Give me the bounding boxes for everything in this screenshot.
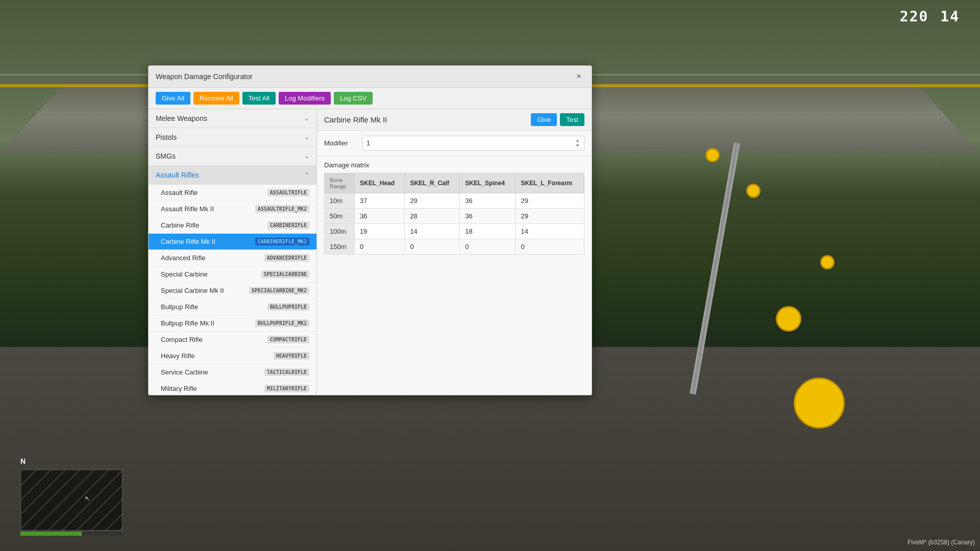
range-100m: 100m [325,224,355,239]
category-pistols[interactable]: Pistols ⌄ [149,128,316,147]
weapon-item-special-carbine-mk2[interactable]: Special Carbine Mk II SPECIALCARBINE_MK2 [149,283,316,299]
range-150m: 150m [325,239,355,255]
rcalf-150m: 0 [405,239,460,255]
spine4-150m: 0 [460,239,516,255]
dialog-toolbar: Give All Remove All Test All Log Modifie… [149,88,592,109]
detail-actions: Give Test [531,113,584,126]
weapon-damage-configurator-dialog: Weapon Damage Configurator × Give All Re… [148,65,592,395]
th-skel-r-calf: SKEL_R_Calf [405,173,460,193]
decoration-dot-4 [776,306,801,332]
lforearm-100m: 14 [516,224,584,239]
selected-weapon-name: Carbine Rifle Mk II [324,115,387,124]
weapon-item-carbine-rifle[interactable]: Carbine Rifle CARBINERIFLE [149,217,316,234]
close-button[interactable]: × [573,71,584,82]
weapon-detail-panel: Carbine Rifle Mk II Give Test Modifier 1… [317,109,592,395]
weapon-item-bullpup-rifle-mk2[interactable]: Bullpup Rifle Mk II BULLPUPRIFLE_MK2 [149,315,316,332]
timer-secondary: 14 [940,8,960,25]
spine4-100m: 18 [460,224,516,239]
head-150m: 0 [355,239,405,255]
give-button[interactable]: Give [531,113,557,126]
damage-matrix-body: 10m 37 29 36 29 50m 36 28 36 29 [325,193,584,255]
head-100m: 19 [355,224,405,239]
weapon-item-carbine-rifle-mk2[interactable]: Carbine Rifle Mk II CARBINERIFLE_MK2 [149,234,316,250]
weapon-item-service-carbine[interactable]: Service Carbine TACTICALRIFLE [149,364,316,381]
lforearm-150m: 0 [516,239,584,255]
hud-timer: 220 14 [900,8,960,25]
table-row: 50m 36 28 36 29 [325,209,584,224]
log-csv-button[interactable]: Log CSV [334,92,373,105]
table-row: 10m 37 29 36 29 [325,193,584,209]
decoration-dot-3 [820,255,835,269]
rcalf-10m: 29 [405,193,460,209]
decoration-dot-5 [794,378,845,429]
modifier-spinners: ▲ ▼ [575,138,580,148]
spine4-50m: 36 [460,209,516,224]
modifier-up-icon[interactable]: ▲ [575,138,580,143]
svg-rect-1 [21,470,123,531]
dialog-title-bar: Weapon Damage Configurator × [149,66,592,88]
modifier-value: 1 [366,139,575,147]
fivem-info: FiveM* (b3258) (Canary) [908,539,975,546]
weapon-item-assault-rifle-mk2[interactable]: Assault Rifle Mk II ASSAULTRIFLE_MK2 [149,201,316,217]
minimap-north: N [20,457,26,465]
test-all-button[interactable]: Test All [242,92,276,105]
th-skel-head: SKEL_Head [355,173,405,193]
lforearm-50m: 29 [516,209,584,224]
give-all-button[interactable]: Give All [156,92,190,105]
weapon-item-military-rifle[interactable]: Military Rifle MILITARYRIFLE [149,381,316,395]
category-assault-rifles[interactable]: Assault Rifles ⌃ [149,166,316,185]
timer-value: 220 [900,8,929,25]
weapon-item-bullpup-rifle[interactable]: Bullpup Rifle BULLPUPRIFLE [149,299,316,315]
modifier-input-container[interactable]: 1 ▲ ▼ [362,136,584,151]
weapon-item-assault-rifle[interactable]: Assault Rifle ASSAULTRIFLE [149,185,316,201]
minimap: ↖ [20,469,122,531]
damage-matrix-title: Damage matrix [324,161,584,169]
chevron-smgs-icon: ⌄ [304,153,309,160]
head-10m: 37 [355,193,405,209]
category-smgs[interactable]: SMGs ⌄ [149,147,316,166]
health-fill [20,532,82,536]
detail-header: Carbine Rifle Mk II Give Test [317,109,592,131]
spine4-10m: 36 [460,193,516,209]
damage-matrix-section: Damage matrix Bone Range SKEL_Head SKEL_… [317,156,592,395]
minimap-cursor: ↖ [85,495,90,502]
modifier-label: Modifier [324,139,355,147]
weapon-item-special-carbine[interactable]: Special Carbine SPECIALCARBINE [149,266,316,283]
lforearm-10m: 29 [516,193,584,209]
th-skel-l-forearm: SKEL_L_Forearm [516,173,584,193]
chevron-melee-icon: ⌄ [304,115,309,122]
weapon-item-advanced-rifle[interactable]: Advanced Rifle ADVANCEDRIFLE [149,250,316,266]
minimap-display [21,470,123,531]
table-row: 100m 19 14 18 14 [325,224,584,239]
weapon-item-heavy-rifle[interactable]: Heavy Rifle HEAVYRIFLE [149,348,316,364]
health-bar [20,532,122,536]
range-50m: 50m [325,209,355,224]
chevron-assault-icon: ⌃ [304,171,309,179]
decoration-dot-2 [746,184,761,198]
table-row: 150m 0 0 0 0 [325,239,584,255]
dialog-body: Melee Weapons ⌄ Pistols ⌄ SMGs ⌄ Assault… [149,109,592,395]
rcalf-50m: 28 [405,209,460,224]
weapon-item-compact-rifle[interactable]: Compact Rifle COMPACTRIFLE [149,332,316,348]
head-50m: 36 [355,209,405,224]
log-modifiers-button[interactable]: Log Modifiers [279,92,331,105]
range-10m: 10m [325,193,355,209]
modifier-down-icon[interactable]: ▼ [575,143,580,148]
decoration-dot-1 [705,148,720,162]
rcalf-100m: 14 [405,224,460,239]
damage-matrix-table: Bone Range SKEL_Head SKEL_R_Calf SKEL_Sp… [324,173,584,255]
weapon-list: Melee Weapons ⌄ Pistols ⌄ SMGs ⌄ Assault… [149,109,317,395]
th-range: Bone Range [325,173,355,193]
th-skel-spine4: SKEL_Spine4 [460,173,516,193]
dialog-title: Weapon Damage Configurator [156,72,253,81]
category-melee[interactable]: Melee Weapons ⌄ [149,109,316,128]
chevron-pistols-icon: ⌄ [304,134,309,141]
remove-all-button[interactable]: Remove All [193,92,239,105]
modifier-row: Modifier 1 ▲ ▼ [317,131,592,156]
test-button[interactable]: Test [560,113,584,126]
